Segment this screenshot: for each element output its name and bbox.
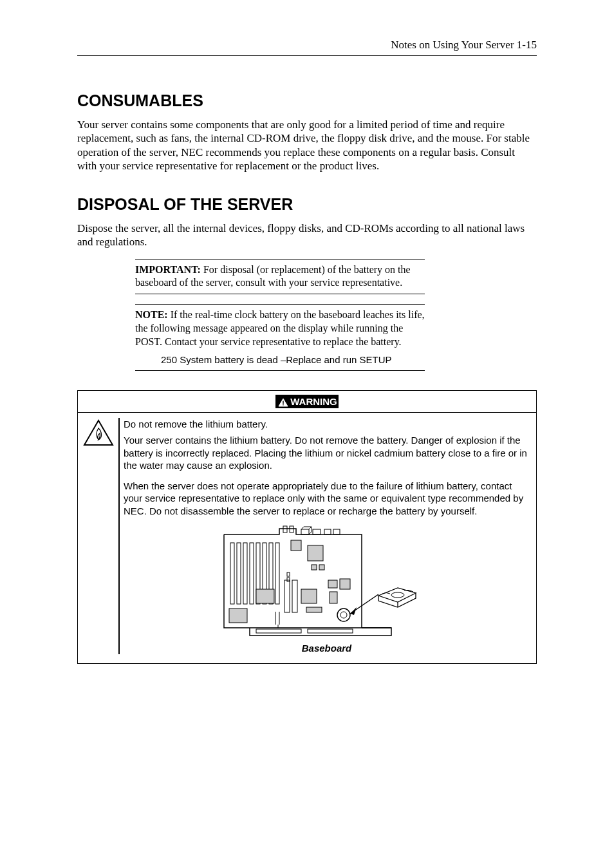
- svg-rect-33: [328, 580, 337, 588]
- warning-p1: Do not remove the lithium battery.: [124, 418, 530, 431]
- warning-icon-column: [83, 418, 118, 655]
- svg-rect-30: [292, 580, 297, 612]
- baseboard-caption: Baseboard: [124, 642, 530, 655]
- svg-rect-20: [275, 543, 279, 604]
- svg-rect-32: [306, 607, 322, 612]
- svg-rect-7: [301, 529, 309, 534]
- warning-p3: When the server does not operate appropr…: [124, 480, 530, 518]
- svg-rect-31: [301, 589, 317, 603]
- svg-rect-24: [319, 565, 324, 570]
- warning-label-text: WARNING: [290, 396, 337, 407]
- warning-header: WARNING: [78, 391, 536, 413]
- consumables-body: Your server contains some components tha…: [77, 118, 537, 173]
- svg-rect-14: [237, 543, 241, 604]
- svg-rect-5: [283, 526, 287, 533]
- svg-rect-1: [283, 401, 284, 404]
- disposal-body: Dispose the server, all the internal dev…: [77, 222, 537, 249]
- running-header: Notes on Using Your Server 1-15: [77, 39, 537, 56]
- important-block: IMPORTANT: For disposal (or replacement)…: [135, 259, 425, 295]
- svg-rect-21: [291, 540, 301, 551]
- setup-message: 250 System battery is dead –Replace and …: [135, 354, 425, 366]
- warning-text-column: Do not remove the lithium battery. Your …: [118, 418, 530, 655]
- svg-marker-42: [350, 607, 357, 615]
- svg-rect-10: [333, 529, 340, 534]
- section-title-consumables: CONSUMABLES: [77, 91, 537, 110]
- svg-rect-26: [256, 589, 274, 603]
- svg-rect-34: [340, 579, 350, 589]
- section-title-disposal: DISPOSAL OF THE SERVER: [77, 195, 537, 214]
- warning-label: WARNING: [275, 395, 339, 408]
- svg-rect-25: [229, 609, 247, 623]
- svg-rect-12: [308, 629, 353, 633]
- svg-rect-22: [308, 545, 323, 561]
- svg-rect-27: [284, 580, 290, 612]
- baseboard-figure: Baseboard: [124, 525, 530, 654]
- svg-point-36: [337, 609, 350, 621]
- fire-hazard-icon: [83, 419, 114, 446]
- note-text: If the real-time clock battery on the ba…: [135, 309, 425, 347]
- svg-rect-35: [330, 592, 337, 603]
- svg-rect-23: [312, 565, 317, 570]
- svg-rect-16: [250, 543, 254, 604]
- svg-point-37: [340, 612, 347, 618]
- warning-p2: Your server contains the lithium battery…: [124, 434, 530, 472]
- warning-box: WARNING Do not remove the lithium batter…: [77, 390, 537, 665]
- svg-marker-3: [84, 420, 113, 445]
- warning-triangle-icon: [278, 398, 288, 407]
- baseboard-diagram: [211, 525, 443, 637]
- svg-rect-9: [324, 529, 331, 534]
- svg-rect-8: [313, 529, 321, 534]
- svg-rect-13: [230, 543, 234, 604]
- note-block: NOTE: If the real-time clock battery on …: [135, 304, 425, 371]
- svg-rect-28: [287, 578, 290, 581]
- svg-rect-2: [283, 404, 284, 405]
- svg-rect-6: [290, 526, 293, 533]
- important-label: IMPORTANT:: [135, 264, 201, 275]
- note-label: NOTE:: [135, 309, 168, 320]
- svg-rect-29: [287, 572, 290, 576]
- svg-rect-11: [256, 629, 301, 633]
- svg-rect-15: [243, 543, 247, 604]
